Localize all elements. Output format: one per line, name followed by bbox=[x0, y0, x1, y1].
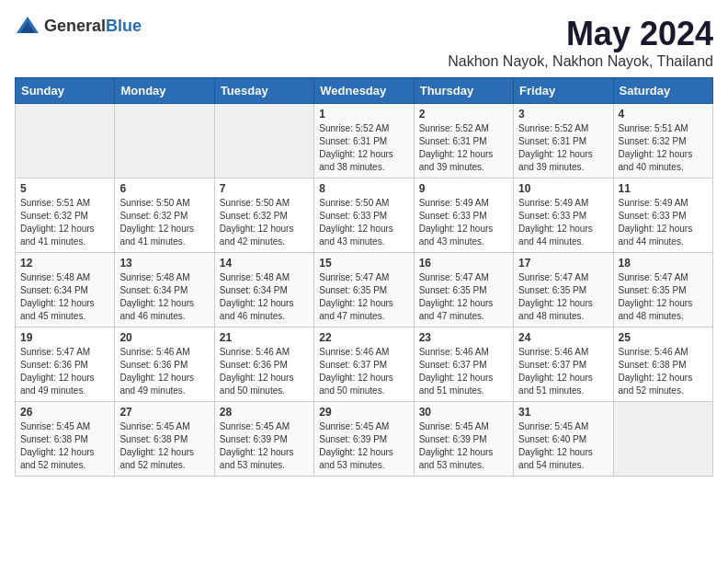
day-info: Sunrise: 5:48 AM Sunset: 6:34 PM Dayligh… bbox=[220, 271, 309, 323]
day-info: Sunrise: 5:47 AM Sunset: 6:35 PM Dayligh… bbox=[319, 271, 408, 323]
day-number: 2 bbox=[419, 108, 508, 121]
calendar-cell: 9Sunrise: 5:49 AM Sunset: 6:33 PM Daylig… bbox=[414, 178, 513, 253]
day-number: 29 bbox=[319, 406, 408, 419]
calendar-week-2: 5Sunrise: 5:51 AM Sunset: 6:32 PM Daylig… bbox=[16, 178, 713, 253]
weekday-header-thursday: Thursday bbox=[414, 78, 513, 104]
day-info: Sunrise: 5:50 AM Sunset: 6:33 PM Dayligh… bbox=[319, 197, 408, 248]
day-number: 18 bbox=[619, 257, 708, 270]
title-area: May 2024 Nakhon Nayok, Nakhon Nayok, Tha… bbox=[448, 15, 713, 70]
calendar-cell bbox=[613, 402, 712, 477]
day-number: 31 bbox=[518, 406, 608, 419]
day-info: Sunrise: 5:49 AM Sunset: 6:33 PM Dayligh… bbox=[518, 197, 608, 248]
day-info: Sunrise: 5:45 AM Sunset: 6:40 PM Dayligh… bbox=[518, 420, 608, 472]
day-info: Sunrise: 5:52 AM Sunset: 6:31 PM Dayligh… bbox=[319, 122, 408, 174]
calendar-cell: 26Sunrise: 5:45 AM Sunset: 6:38 PM Dayli… bbox=[16, 402, 115, 477]
calendar-cell: 28Sunrise: 5:45 AM Sunset: 6:39 PM Dayli… bbox=[214, 402, 313, 477]
day-number: 16 bbox=[419, 257, 508, 270]
calendar-cell: 19Sunrise: 5:47 AM Sunset: 6:36 PM Dayli… bbox=[16, 327, 115, 402]
calendar-cell: 10Sunrise: 5:49 AM Sunset: 6:33 PM Dayli… bbox=[514, 178, 613, 253]
day-info: Sunrise: 5:49 AM Sunset: 6:33 PM Dayligh… bbox=[419, 197, 508, 248]
calendar-cell: 6Sunrise: 5:50 AM Sunset: 6:32 PM Daylig… bbox=[115, 178, 214, 253]
day-info: Sunrise: 5:52 AM Sunset: 6:31 PM Dayligh… bbox=[518, 122, 608, 174]
calendar-cell: 14Sunrise: 5:48 AM Sunset: 6:34 PM Dayli… bbox=[214, 253, 313, 327]
calendar-cell: 20Sunrise: 5:46 AM Sunset: 6:36 PM Dayli… bbox=[115, 327, 214, 402]
calendar-cell: 18Sunrise: 5:47 AM Sunset: 6:35 PM Dayli… bbox=[613, 253, 712, 327]
calendar-cell: 12Sunrise: 5:48 AM Sunset: 6:34 PM Dayli… bbox=[16, 253, 115, 327]
day-number: 1 bbox=[319, 108, 408, 121]
day-number: 13 bbox=[119, 257, 209, 270]
weekday-header-sunday: Sunday bbox=[16, 78, 115, 104]
day-info: Sunrise: 5:47 AM Sunset: 6:36 PM Dayligh… bbox=[20, 346, 109, 397]
weekday-header-monday: Monday bbox=[115, 78, 214, 104]
calendar-cell: 3Sunrise: 5:52 AM Sunset: 6:31 PM Daylig… bbox=[514, 104, 613, 178]
day-info: Sunrise: 5:45 AM Sunset: 6:39 PM Dayligh… bbox=[319, 420, 408, 472]
calendar-week-3: 12Sunrise: 5:48 AM Sunset: 6:34 PM Dayli… bbox=[16, 253, 713, 327]
day-info: Sunrise: 5:47 AM Sunset: 6:35 PM Dayligh… bbox=[619, 271, 708, 323]
calendar-cell: 22Sunrise: 5:46 AM Sunset: 6:37 PM Dayli… bbox=[314, 327, 414, 402]
day-info: Sunrise: 5:51 AM Sunset: 6:32 PM Dayligh… bbox=[20, 197, 109, 248]
day-number: 17 bbox=[518, 257, 608, 270]
day-number: 8 bbox=[319, 182, 408, 195]
day-number: 4 bbox=[619, 108, 708, 121]
calendar-cell: 24Sunrise: 5:46 AM Sunset: 6:37 PM Dayli… bbox=[514, 327, 613, 402]
day-info: Sunrise: 5:45 AM Sunset: 6:39 PM Dayligh… bbox=[220, 420, 309, 472]
calendar-cell: 25Sunrise: 5:46 AM Sunset: 6:38 PM Dayli… bbox=[613, 327, 712, 402]
day-number: 24 bbox=[518, 331, 608, 344]
day-number: 9 bbox=[419, 182, 508, 195]
day-number: 12 bbox=[20, 257, 109, 270]
day-info: Sunrise: 5:47 AM Sunset: 6:35 PM Dayligh… bbox=[419, 271, 508, 323]
day-number: 26 bbox=[20, 406, 109, 419]
calendar-cell: 7Sunrise: 5:50 AM Sunset: 6:32 PM Daylig… bbox=[214, 178, 313, 253]
calendar-week-5: 26Sunrise: 5:45 AM Sunset: 6:38 PM Dayli… bbox=[16, 402, 713, 477]
day-info: Sunrise: 5:52 AM Sunset: 6:31 PM Dayligh… bbox=[419, 122, 508, 174]
weekday-header-wednesday: Wednesday bbox=[314, 78, 414, 104]
calendar-cell: 8Sunrise: 5:50 AM Sunset: 6:33 PM Daylig… bbox=[314, 178, 414, 253]
day-number: 10 bbox=[518, 182, 608, 195]
day-info: Sunrise: 5:46 AM Sunset: 6:36 PM Dayligh… bbox=[220, 346, 309, 397]
day-info: Sunrise: 5:46 AM Sunset: 6:37 PM Dayligh… bbox=[319, 346, 408, 397]
calendar-week-1: 1Sunrise: 5:52 AM Sunset: 6:31 PM Daylig… bbox=[16, 104, 713, 178]
calendar-cell: 29Sunrise: 5:45 AM Sunset: 6:39 PM Dayli… bbox=[314, 402, 414, 477]
day-info: Sunrise: 5:46 AM Sunset: 6:37 PM Dayligh… bbox=[518, 346, 608, 397]
calendar-cell: 30Sunrise: 5:45 AM Sunset: 6:39 PM Dayli… bbox=[414, 402, 513, 477]
day-info: Sunrise: 5:50 AM Sunset: 6:32 PM Dayligh… bbox=[220, 197, 309, 248]
day-info: Sunrise: 5:48 AM Sunset: 6:34 PM Dayligh… bbox=[20, 271, 109, 323]
day-number: 3 bbox=[518, 108, 608, 121]
day-info: Sunrise: 5:51 AM Sunset: 6:32 PM Dayligh… bbox=[619, 122, 708, 174]
day-number: 25 bbox=[619, 331, 708, 344]
header: GeneralBlue May 2024 Nakhon Nayok, Nakho… bbox=[15, 15, 713, 70]
calendar-cell bbox=[214, 104, 313, 178]
day-info: Sunrise: 5:46 AM Sunset: 6:38 PM Dayligh… bbox=[619, 346, 708, 397]
day-number: 11 bbox=[619, 182, 708, 195]
day-info: Sunrise: 5:48 AM Sunset: 6:34 PM Dayligh… bbox=[119, 271, 209, 323]
day-info: Sunrise: 5:45 AM Sunset: 6:38 PM Dayligh… bbox=[20, 420, 109, 472]
calendar-cell: 23Sunrise: 5:46 AM Sunset: 6:37 PM Dayli… bbox=[414, 327, 513, 402]
subtitle: Nakhon Nayok, Nakhon Nayok, Thailand bbox=[448, 53, 713, 70]
day-info: Sunrise: 5:46 AM Sunset: 6:37 PM Dayligh… bbox=[419, 346, 508, 397]
calendar-cell: 2Sunrise: 5:52 AM Sunset: 6:31 PM Daylig… bbox=[414, 104, 513, 178]
calendar-cell bbox=[16, 104, 115, 178]
calendar-cell: 1Sunrise: 5:52 AM Sunset: 6:31 PM Daylig… bbox=[314, 104, 414, 178]
calendar-cell: 11Sunrise: 5:49 AM Sunset: 6:33 PM Dayli… bbox=[613, 178, 712, 253]
calendar-cell: 17Sunrise: 5:47 AM Sunset: 6:35 PM Dayli… bbox=[514, 253, 613, 327]
day-number: 22 bbox=[319, 331, 408, 344]
day-info: Sunrise: 5:46 AM Sunset: 6:36 PM Dayligh… bbox=[119, 346, 209, 397]
calendar-week-4: 19Sunrise: 5:47 AM Sunset: 6:36 PM Dayli… bbox=[16, 327, 713, 402]
day-number: 21 bbox=[220, 331, 309, 344]
weekday-header-tuesday: Tuesday bbox=[214, 78, 313, 104]
day-info: Sunrise: 5:50 AM Sunset: 6:32 PM Dayligh… bbox=[119, 197, 209, 248]
day-number: 20 bbox=[119, 331, 209, 344]
day-number: 30 bbox=[419, 406, 508, 419]
calendar-cell: 5Sunrise: 5:51 AM Sunset: 6:32 PM Daylig… bbox=[16, 178, 115, 253]
calendar-cell: 15Sunrise: 5:47 AM Sunset: 6:35 PM Dayli… bbox=[314, 253, 414, 327]
day-number: 5 bbox=[20, 182, 109, 195]
day-number: 14 bbox=[220, 257, 309, 270]
day-info: Sunrise: 5:49 AM Sunset: 6:33 PM Dayligh… bbox=[619, 197, 708, 248]
day-number: 15 bbox=[319, 257, 408, 270]
weekday-header-friday: Friday bbox=[514, 78, 613, 104]
calendar-table: SundayMondayTuesdayWednesdayThursdayFrid… bbox=[15, 77, 713, 477]
weekday-header-row: SundayMondayTuesdayWednesdayThursdayFrid… bbox=[16, 78, 713, 104]
logo-icon bbox=[15, 15, 40, 37]
main-title: May 2024 bbox=[448, 15, 713, 53]
day-info: Sunrise: 5:45 AM Sunset: 6:39 PM Dayligh… bbox=[419, 420, 508, 472]
